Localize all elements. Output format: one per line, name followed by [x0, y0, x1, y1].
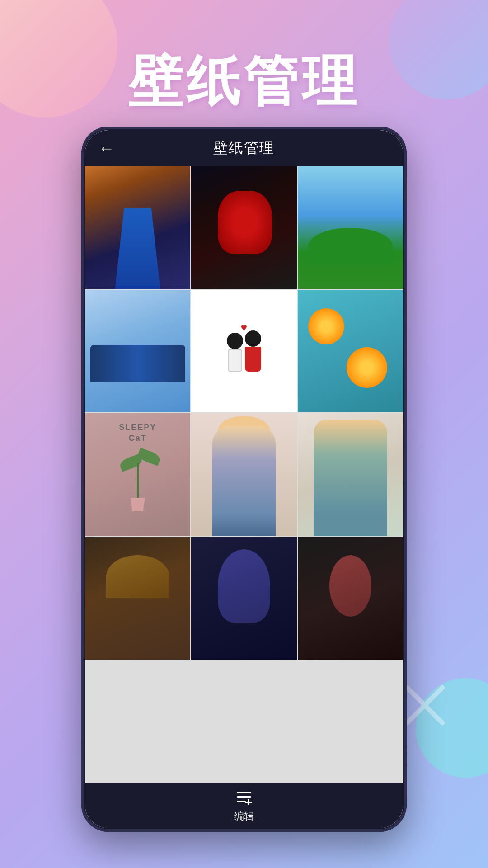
wallpaper-cell-girl1[interactable]	[191, 413, 296, 536]
figure-boy	[227, 333, 243, 372]
phone-screen: ← 壁纸管理 ♥	[85, 130, 403, 828]
wallpaper-cell-anime3[interactable]	[298, 537, 403, 660]
figure-girl	[245, 330, 261, 372]
svg-rect-0	[237, 792, 251, 793]
figure-body-boy	[228, 349, 242, 372]
figure-head-boy	[227, 333, 243, 349]
figure-head-girl	[245, 330, 261, 347]
edit-label[interactable]: 编辑	[234, 810, 254, 823]
wallpaper-cell-girl2[interactable]	[298, 413, 403, 536]
svg-rect-2	[237, 801, 246, 802]
figure-body-girl	[245, 347, 261, 372]
couple-figures: ♥	[227, 330, 261, 372]
plant-stem	[137, 463, 139, 499]
sleepy-cat-text: SLEEPY CaT	[119, 422, 156, 443]
wallpaper-cell-sleepy-cat[interactable]: SLEEPY CaT	[85, 413, 190, 536]
anime1-hat	[106, 555, 169, 598]
wallpaper-cell-nature[interactable]	[298, 166, 403, 289]
wallpaper-grid: ♥ SLEEPY CaT	[85, 166, 403, 783]
wallpaper-cell-anime1[interactable]	[85, 537, 190, 660]
girl1-figure	[212, 426, 276, 536]
app-header: ← 壁纸管理	[85, 130, 403, 166]
wallpaper-cell-couple[interactable]: ♥	[191, 290, 296, 412]
page-title: 壁纸管理	[0, 45, 488, 119]
header-title: 壁纸管理	[213, 138, 275, 158]
edit-icon	[234, 788, 254, 808]
back-button[interactable]: ←	[99, 139, 115, 158]
plant-pot	[129, 498, 147, 511]
phone-mockup: ← 壁纸管理 ♥	[81, 127, 407, 832]
sleepy-cat-line1: SLEEPY	[119, 423, 156, 432]
wallpaper-cell-captain-america[interactable]	[85, 166, 190, 289]
sleepy-cat-line2: CaT	[129, 434, 147, 443]
wallpaper-cell-spiderman[interactable]	[191, 166, 296, 289]
wallpaper-cell-oranges[interactable]	[298, 290, 403, 412]
bottom-bar: 编辑	[85, 783, 403, 828]
svg-rect-1	[237, 796, 251, 798]
heart-symbol: ♥	[241, 321, 247, 334]
svg-rect-4	[245, 802, 252, 803]
wallpaper-cell-car[interactable]	[85, 290, 190, 412]
wallpaper-cell-anime2[interactable]	[191, 537, 296, 660]
girl2-figure	[314, 420, 387, 536]
